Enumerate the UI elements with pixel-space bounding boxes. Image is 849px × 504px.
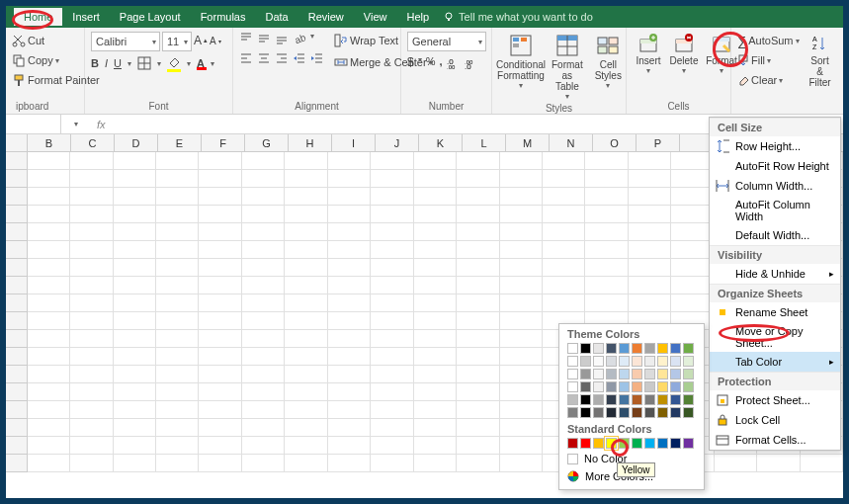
font-name-select[interactable]: Calibri <box>91 32 160 51</box>
column-header[interactable]: F <box>202 134 245 151</box>
cell[interactable] <box>199 348 241 366</box>
cell[interactable] <box>28 241 70 259</box>
color-swatch[interactable] <box>683 343 694 354</box>
cell[interactable] <box>500 223 543 241</box>
tab-review[interactable]: Review <box>298 8 354 26</box>
cell[interactable] <box>114 277 156 294</box>
cell[interactable] <box>28 259 70 277</box>
font-size-select[interactable]: 11 <box>162 32 192 51</box>
row-header[interactable] <box>6 188 28 206</box>
tab-insert[interactable]: Insert <box>62 8 110 26</box>
tell-me-search[interactable]: Tell me what you want to do <box>443 11 593 23</box>
cell[interactable] <box>70 330 113 348</box>
cell[interactable] <box>242 437 285 455</box>
cell[interactable] <box>28 170 70 188</box>
color-swatch[interactable] <box>580 356 591 367</box>
cell[interactable] <box>28 223 70 241</box>
cell[interactable] <box>242 241 285 259</box>
cell[interactable] <box>371 294 413 312</box>
insert-cells-button[interactable]: Insert▾ <box>633 32 664 77</box>
menu-column-width[interactable]: Column Width... <box>710 176 840 196</box>
cell[interactable] <box>500 294 543 312</box>
cell[interactable] <box>500 419 543 437</box>
cell[interactable] <box>543 152 585 170</box>
cell[interactable] <box>500 188 543 206</box>
cell[interactable] <box>156 419 199 437</box>
align-right-button[interactable] <box>275 51 289 65</box>
cell[interactable] <box>70 437 113 455</box>
cell[interactable] <box>371 330 413 348</box>
tab-help[interactable]: Help <box>396 8 439 26</box>
namebox-dropdown[interactable]: ▾ <box>74 120 78 128</box>
cell[interactable] <box>70 366 113 383</box>
cell[interactable] <box>715 455 757 472</box>
cell[interactable] <box>242 170 285 188</box>
color-swatch[interactable] <box>567 407 578 418</box>
column-header[interactable]: N <box>550 134 593 151</box>
row-header[interactable] <box>6 348 28 366</box>
cell[interactable] <box>629 206 671 223</box>
color-swatch[interactable] <box>657 369 668 379</box>
cell[interactable] <box>28 383 70 401</box>
color-swatch[interactable] <box>670 438 681 449</box>
color-swatch[interactable] <box>593 407 604 418</box>
cell[interactable] <box>285 241 327 259</box>
cell[interactable] <box>500 170 543 188</box>
menu-autofit-row[interactable]: AutoFit Row Height <box>710 156 840 176</box>
color-swatch[interactable] <box>632 381 642 392</box>
cell[interactable] <box>585 170 628 188</box>
row-header[interactable] <box>6 223 28 241</box>
cell[interactable] <box>70 152 113 170</box>
orientation-button[interactable]: ab <box>293 32 306 45</box>
cell[interactable] <box>500 366 543 383</box>
format-as-table-button[interactable]: Format as Table▾ <box>548 32 587 103</box>
color-swatch[interactable] <box>644 394 655 405</box>
fill-button[interactable]: Fill▾ <box>737 51 800 69</box>
sort-filter-button[interactable]: AZ Sort & Filter <box>804 32 837 90</box>
cell[interactable] <box>156 170 199 188</box>
cell[interactable] <box>242 206 285 223</box>
cell[interactable] <box>285 277 327 294</box>
cell[interactable] <box>629 294 671 312</box>
cell[interactable] <box>585 206 628 223</box>
tab-page-layout[interactable]: Page Layout <box>110 8 191 26</box>
column-header[interactable]: O <box>593 134 637 151</box>
menu-tab-color[interactable]: Tab Color▸ <box>710 352 840 372</box>
cell[interactable] <box>114 241 156 259</box>
cell[interactable] <box>371 401 413 419</box>
menu-row-height[interactable]: Row Height... <box>710 136 840 156</box>
cell[interactable] <box>114 259 156 277</box>
italic-button[interactable]: I <box>105 57 108 69</box>
color-swatch[interactable] <box>632 438 642 449</box>
cell[interactable] <box>199 152 241 170</box>
color-swatch[interactable] <box>632 369 642 379</box>
cell[interactable] <box>156 437 199 455</box>
color-swatch[interactable] <box>632 407 642 418</box>
color-swatch[interactable] <box>670 356 681 367</box>
cell[interactable] <box>371 206 413 223</box>
cell[interactable] <box>114 330 156 348</box>
decrease-decimal-button[interactable]: .00.0 <box>465 55 478 69</box>
cell[interactable] <box>500 348 543 366</box>
cell[interactable] <box>156 294 199 312</box>
cell[interactable] <box>242 152 285 170</box>
cell[interactable] <box>285 366 327 383</box>
color-swatch[interactable] <box>580 381 591 392</box>
cell[interactable] <box>242 223 285 241</box>
cell[interactable] <box>457 437 499 455</box>
cell[interactable] <box>457 348 499 366</box>
clear-button[interactable]: Clear▾ <box>737 71 800 89</box>
menu-hide-unhide[interactable]: Hide & Unhide▸ <box>710 264 840 284</box>
cell[interactable] <box>285 437 327 455</box>
column-header[interactable]: K <box>419 134 463 151</box>
cell[interactable] <box>371 223 413 241</box>
color-swatch[interactable] <box>657 394 668 405</box>
color-swatch[interactable] <box>619 407 630 418</box>
cell[interactable] <box>114 366 156 383</box>
color-swatch[interactable] <box>670 381 681 392</box>
cell[interactable] <box>242 419 285 437</box>
cell[interactable] <box>199 277 241 294</box>
cell[interactable] <box>156 152 199 170</box>
menu-move-copy[interactable]: Move or Copy Sheet... <box>710 322 840 352</box>
row-header[interactable] <box>6 277 28 294</box>
